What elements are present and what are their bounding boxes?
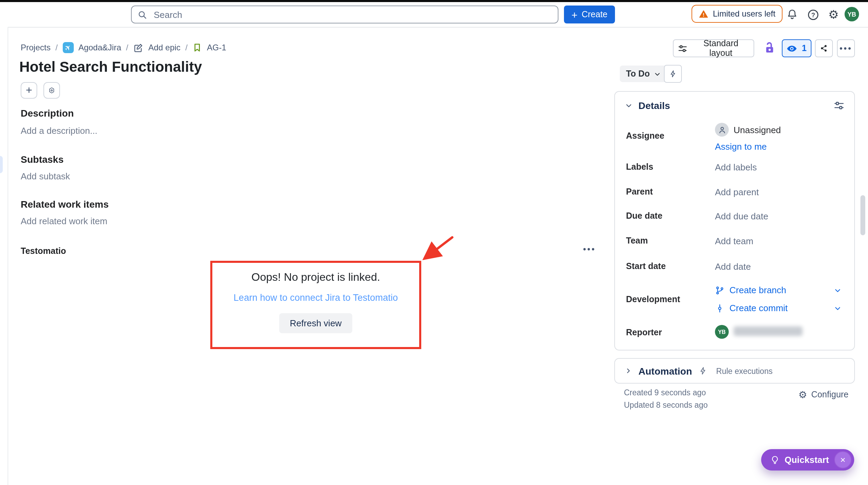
apps-hexagon-icon [48,85,55,96]
breadcrumb-projects[interactable]: Projects [21,43,51,52]
layout-sliders-icon [678,43,687,53]
automation-title: Automation [638,365,692,376]
branch-chevron-button[interactable] [834,286,842,295]
unlocked-icon[interactable] [764,41,775,55]
no-project-message: Oops! No project is linked. [251,271,380,284]
team-value[interactable]: Add team [715,236,753,246]
configure-label: Configure [811,390,848,399]
bell-icon [786,8,798,21]
limited-users-label: Limited users left [713,9,775,19]
add-subtask-link[interactable]: Add subtask [21,171,70,181]
share-icon [820,43,828,53]
refresh-view-button[interactable]: Refresh view [280,313,352,333]
quickstart-button[interactable]: Quickstart × [761,449,854,471]
ellipsis-icon: ••• [583,244,596,254]
close-icon: × [840,455,845,465]
watchers-button[interactable]: 1 [782,39,811,57]
description-placeholder[interactable]: Add a description... [21,126,98,136]
development-label: Development [626,295,680,304]
lightbulb-icon [770,455,780,465]
create-commit-link[interactable]: Create commit [715,303,788,313]
automation-quick-button[interactable] [664,65,682,83]
commit-chevron-button[interactable] [834,304,842,313]
breadcrumb-project[interactable]: Agoda&Jira [78,43,121,52]
person-icon [717,125,726,134]
add-related-item-link[interactable]: Add related work item [21,216,107,226]
details-settings-button[interactable] [834,100,845,111]
page-title[interactable]: Hotel Search Functionality [19,59,202,75]
chevron-down-icon [654,70,662,78]
breadcrumb-issue-key[interactable]: AG-1 [207,43,226,52]
notifications-button[interactable] [785,7,800,22]
create-branch-link[interactable]: Create branch [715,285,786,295]
details-panel: Details Assignee Unassigned Assign to me… [614,91,855,350]
parent-label: Parent [626,187,653,197]
team-label: Team [626,236,648,246]
standard-layout-label: Standard layout [692,39,749,58]
red-annotation-arrow [414,234,458,267]
chevron-right-icon [625,367,632,375]
assignee-value[interactable]: Unassigned [734,125,781,135]
related-items-heading: Related work items [21,199,109,210]
testomatio-heading: Testomatio [21,246,66,256]
settings-button[interactable]: ⚙ [826,7,841,22]
apps-button[interactable] [43,82,60,99]
search-box[interactable] [131,6,558,23]
vertical-scrollbar-thumb[interactable] [860,195,865,235]
unassigned-avatar-icon[interactable] [715,123,729,137]
reporter-label: Reporter [626,328,662,337]
labels-label: Labels [626,162,653,172]
git-branch-icon [715,285,725,295]
assignee-label: Assignee [626,131,664,141]
sidebar-expand-handle[interactable] [0,156,3,173]
avatar-initials: YB [847,11,856,18]
breadcrumb-add-epic[interactable]: Add epic [148,43,180,52]
breadcrumb-separator: / [185,43,188,52]
details-title: Details [638,100,670,111]
parent-value[interactable]: Add parent [715,187,759,197]
share-button[interactable] [815,39,833,57]
gear-icon: ⚙ [828,9,839,20]
testomatio-widget-annotation: Oops! No project is linked. Learn how to… [210,261,421,349]
updated-timestamp: Updated 8 seconds ago [624,401,708,409]
automation-panel[interactable]: Automation Rule executions [614,358,855,384]
start-date-value[interactable]: Add date [715,261,751,272]
create-button[interactable]: + Create [564,6,615,23]
svg-text:?: ? [811,11,815,18]
limited-users-banner[interactable]: Limited users left [692,5,782,23]
due-date-label: Due date [626,211,663,221]
reporter-name-redacted[interactable] [734,326,803,336]
quickstart-close-button[interactable]: × [834,451,851,468]
search-input[interactable] [152,9,552,20]
plus-icon: + [26,85,32,96]
project-avatar-icon[interactable]: ✈ [62,42,73,53]
eye-icon [787,43,797,53]
due-date-value[interactable]: Add due date [715,211,768,221]
labels-value[interactable]: Add labels [715,162,757,172]
gear-icon: ⚙ [798,390,807,399]
reporter-avatar[interactable]: YB [715,325,729,339]
create-commit-label: Create commit [729,303,788,313]
details-collapse-toggle[interactable]: Details [625,100,670,111]
testomatio-more-button[interactable]: ••• [581,243,598,255]
user-avatar[interactable]: YB [845,7,859,21]
status-label: To Do [626,69,650,79]
assign-to-me-link[interactable]: Assign to me [715,141,767,152]
watchers-count: 1 [802,43,807,53]
more-actions-button[interactable]: ••• [837,39,855,57]
create-button-label: Create [582,10,607,19]
configure-button[interactable]: ⚙ Configure [798,390,849,399]
subtasks-heading: Subtasks [21,154,64,165]
start-date-label: Start date [626,261,666,271]
help-button[interactable]: ? [805,7,820,22]
standard-layout-button[interactable]: Standard layout [673,39,754,57]
sliders-icon [834,100,845,111]
description-heading: Description [21,108,74,119]
created-timestamp: Created 9 seconds ago [624,388,706,397]
learn-connect-link[interactable]: Learn how to connect Jira to Testomatio [234,293,398,303]
quickstart-label: Quickstart [785,455,829,465]
add-button[interactable]: + [21,82,37,99]
chevron-down-icon [834,286,842,295]
status-dropdown[interactable]: To Do [620,66,668,82]
help-icon: ? [806,8,819,21]
